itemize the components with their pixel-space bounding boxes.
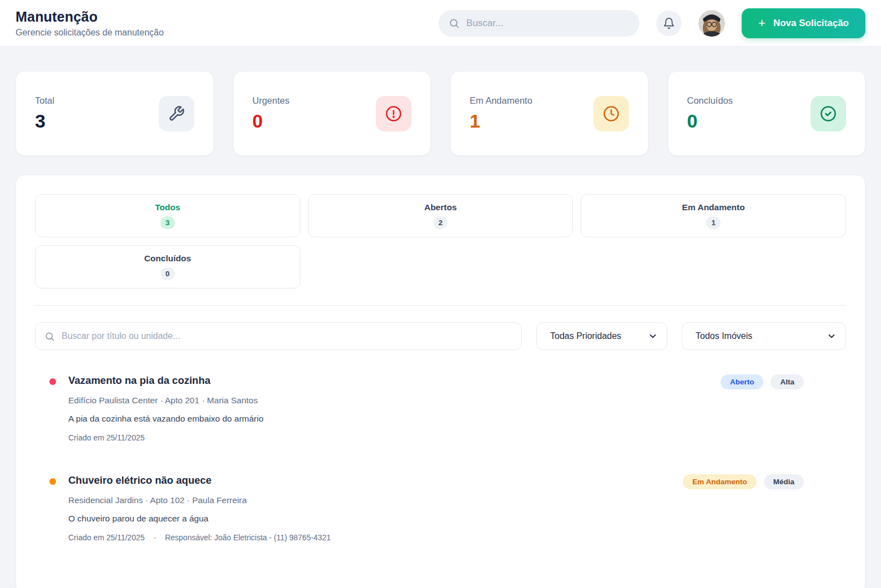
global-search-input[interactable] (466, 18, 630, 29)
chevron-down-icon (648, 331, 658, 341)
created-date: Criado em 25/11/2025 (68, 433, 145, 442)
top-bar: Manutenção Gerencie solicitações de manu… (0, 0, 881, 47)
stat-card-completed: Concluídos 0 (668, 71, 866, 156)
tab-abertos[interactable]: Abertos 2 (308, 194, 573, 237)
search-icon (449, 18, 460, 29)
tab-todos[interactable]: Todos 3 (35, 194, 300, 237)
request-item[interactable]: Chuveiro elétrico não aquece Em Andament… (35, 474, 846, 542)
new-request-label: Nova Solicitação (773, 18, 849, 29)
stat-label: Concluídos (687, 95, 733, 106)
priority-badge: Alta (771, 374, 804, 389)
header-actions: + Nova Solicitação (439, 8, 865, 38)
status-badge: Em Andamento (683, 474, 757, 489)
wrench-icon (159, 96, 194, 131)
stat-total-text: Total 3 (35, 95, 54, 132)
page-subtitle: Gerencie solicitações de manutenção (16, 28, 164, 38)
tab-label: Abertos (424, 202, 457, 212)
header-titles: Manutenção Gerencie solicitações de manu… (16, 9, 164, 38)
priority-badge: Média (764, 474, 804, 489)
filter-row: Todas Prioridades Todos Imóveis (35, 322, 846, 350)
request-header: Vazamento na pia da cozinha Aberto Alta (68, 374, 846, 389)
check-circle-icon (810, 96, 846, 131)
priority-dot (49, 478, 56, 485)
stat-card-in-progress: Em Andamento 1 (450, 71, 648, 156)
tab-concluidos[interactable]: Concluídos 0 (35, 245, 300, 288)
property-select[interactable]: Todos Imóveis (682, 322, 846, 350)
stat-label: Urgentes (253, 95, 290, 106)
alert-circle-icon (376, 96, 411, 131)
tab-count-badge: 0 (160, 267, 175, 280)
avatar-photo (698, 10, 725, 37)
priority-dot (49, 378, 56, 385)
requests-panel: Todos 3 Abertos 2 Em Andamento 1 Concluí… (16, 175, 865, 588)
stat-value: 1 (470, 110, 532, 132)
stat-urgent-text: Urgentes 0 (253, 95, 290, 132)
request-title: Chuveiro elétrico não aquece (68, 474, 212, 486)
priority-select[interactable]: Todas Prioridades (536, 322, 667, 350)
tab-count-badge: 3 (160, 216, 175, 229)
stats-row: Total 3 Urgentes 0 Em Andamento 1 Conclu… (16, 71, 865, 156)
property-select-value: Todos Imóveis (696, 331, 752, 341)
stat-label: Em Andamento (470, 95, 532, 106)
stat-completed-text: Concluídos 0 (687, 95, 733, 132)
created-date: Criado em 25/11/2025 (68, 533, 145, 542)
global-search[interactable] (439, 10, 640, 37)
user-avatar[interactable] (698, 10, 725, 37)
meta-separator: · (154, 533, 157, 542)
request-meta: Criado em 25/11/2025 · Responsável: João… (68, 533, 846, 542)
page-title: Manutenção (16, 9, 164, 25)
request-description: A pia da cozinha está vazando embaixo do… (68, 414, 846, 424)
stat-label: Total (35, 95, 54, 106)
tab-label: Em Andamento (682, 202, 745, 212)
status-badge: Aberto (721, 374, 764, 389)
status-tabs: Todos 3 Abertos 2 Em Andamento 1 Concluí… (35, 194, 846, 288)
list-search-input[interactable] (62, 331, 512, 341)
new-request-button[interactable]: + Nova Solicitação (742, 8, 865, 38)
tab-count-badge: 2 (434, 216, 448, 229)
request-item[interactable]: Vazamento na pia da cozinha Aberto Alta … (35, 374, 846, 442)
tab-label: Todos (155, 202, 180, 212)
stat-in-progress-text: Em Andamento 1 (470, 95, 532, 132)
request-location: Edifício Paulista Center · Apto 201 · Ma… (68, 396, 846, 405)
tab-count-badge: 1 (706, 216, 721, 229)
notifications-button[interactable] (656, 11, 682, 36)
stat-card-total: Total 3 (16, 71, 214, 156)
tab-label: Concluídos (144, 254, 191, 263)
list-search[interactable] (35, 322, 522, 350)
clock-icon (593, 96, 629, 131)
request-badges: Em Andamento Média (683, 474, 804, 489)
priority-select-value: Todas Prioridades (550, 331, 621, 341)
divider (35, 305, 846, 306)
request-meta: Criado em 25/11/2025 (68, 433, 846, 442)
stat-value: 3 (35, 110, 54, 132)
tab-em-andamento[interactable]: Em Andamento 1 (581, 194, 846, 237)
stat-value: 0 (687, 110, 733, 132)
responsible-text: Responsável: João Eletricista - (11) 987… (165, 533, 331, 542)
stat-card-urgent: Urgentes 0 (233, 71, 431, 156)
request-list: Vazamento na pia da cozinha Aberto Alta … (35, 374, 846, 542)
bell-icon (663, 17, 675, 29)
plus-icon: + (758, 17, 766, 29)
request-title: Vazamento na pia da cozinha (68, 374, 210, 387)
chevron-down-icon (827, 331, 837, 341)
request-header: Chuveiro elétrico não aquece Em Andament… (68, 474, 846, 489)
stat-value: 0 (253, 110, 290, 132)
request-location: Residencial Jardins · Apto 102 · Paula F… (68, 495, 846, 505)
search-icon (44, 331, 55, 342)
request-badges: Aberto Alta (721, 374, 804, 389)
request-description: O chuveiro parou de aquecer a água (68, 514, 846, 524)
